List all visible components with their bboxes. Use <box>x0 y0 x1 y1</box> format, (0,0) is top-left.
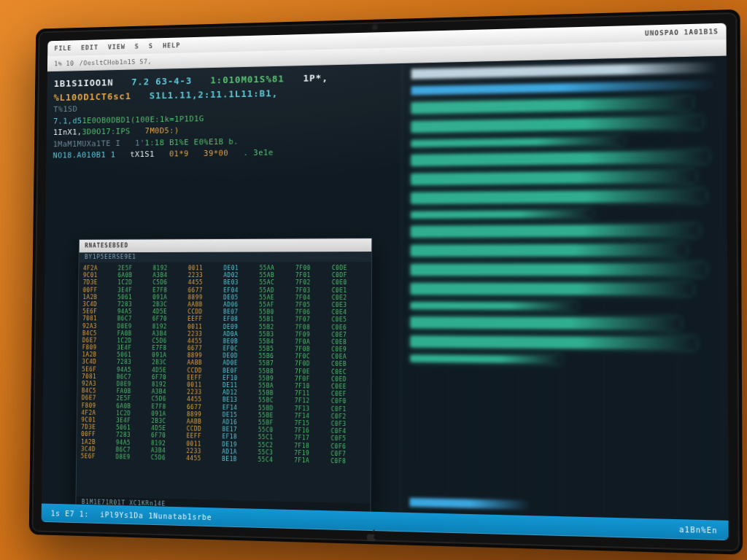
path-prefix: 1% 10 <box>54 60 74 67</box>
output-pane <box>400 56 728 521</box>
screen: FILE EDIT VIEW S S HELP UNOSPAO 1A01B1S … <box>42 23 729 541</box>
menubar-item[interactable]: S <box>135 43 139 50</box>
apple-logo-icon <box>365 529 379 543</box>
terminal-pane[interactable]: 1B1S1IOO1N 7.2 63-4-3 1:010M01S%81 1P*,%… <box>42 56 729 521</box>
taskbar-app[interactable]: iPl9Ys1Da 1Nunatab1srbe <box>100 510 212 521</box>
menubar-item[interactable]: FILE <box>54 44 71 52</box>
menubar-item[interactable]: HELP <box>163 42 180 49</box>
menubar-right-status: UNOSPAO 1A01B1S <box>645 28 719 37</box>
hex-window[interactable]: RNATESEB5ED BY1P5EERSE9E1 4F2A9C017D3E00… <box>75 238 372 516</box>
webcam-dot <box>373 25 377 29</box>
hex-window-status: BY1P5EERSE9E1 <box>80 252 372 262</box>
output-footer <box>409 498 530 510</box>
hex-window-title[interactable]: RNATESEB5ED <box>80 238 372 252</box>
output-subheading <box>411 80 717 96</box>
monitor-frame: FILE EDIT VIEW S S HELP UNOSPAO 1A01B1S … <box>29 9 743 555</box>
path-text: /OesltCHob1n1S S7, <box>80 58 152 66</box>
taskbar-left[interactable]: 1s E7 1: <box>51 509 90 518</box>
menubar-item[interactable]: EDIT <box>81 44 98 51</box>
menubar-item[interactable]: S <box>149 42 153 50</box>
output-heading <box>411 62 718 79</box>
hex-columns: 4F2A9C017D3E00FF1A2B3C4D5E6F708192A3B4C5… <box>76 262 371 504</box>
menubar-item[interactable]: VIEW <box>108 43 125 50</box>
taskbar-right[interactable]: a1Bn%En <box>679 525 718 534</box>
